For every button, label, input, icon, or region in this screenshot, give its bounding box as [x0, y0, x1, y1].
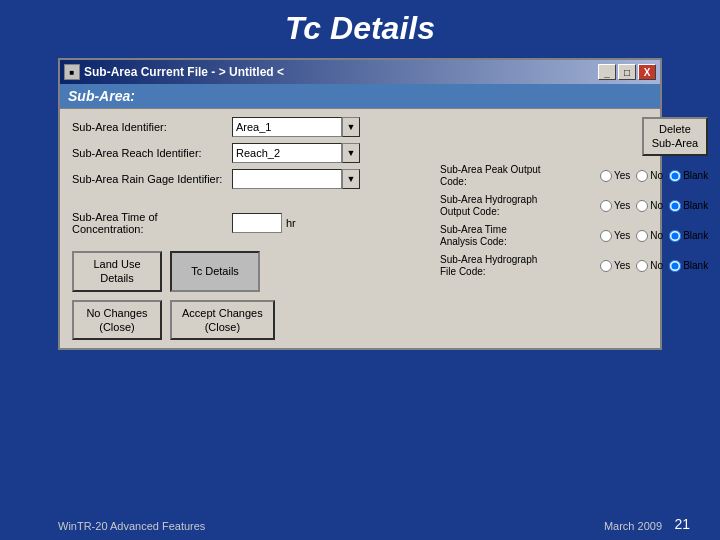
peak-blank-option[interactable]: Blank [669, 170, 708, 182]
reach-label: Sub-Area Reach Identifier: [72, 147, 232, 159]
radio-section: Sub-Area Peak OutputCode: Yes No Blank S… [440, 164, 708, 278]
footer: WinTR-20 Advanced Features March 2009 [58, 520, 662, 532]
tc-row: Sub-Area Time of Concentration: hr [72, 211, 432, 235]
time-analysis-label: Sub-Area TimeAnalysis Code: [440, 224, 600, 248]
rain-gage-label: Sub-Area Rain Gage Identifier: [72, 173, 232, 185]
tc-input[interactable] [232, 213, 282, 233]
tc-unit: hr [286, 217, 296, 229]
main-window: ■ Sub-Area Current File - > Untitled < _… [58, 58, 662, 350]
peak-output-options: Yes No Blank [600, 170, 708, 182]
close-button[interactable]: X [638, 64, 656, 80]
reach-dropdown[interactable]: ▼ [342, 143, 360, 163]
tc-details-button[interactable]: Tc Details [170, 251, 260, 292]
peak-no-radio[interactable] [636, 170, 648, 182]
delete-sub-area-button[interactable]: Delete Sub-Area [642, 117, 708, 156]
minimize-button[interactable]: _ [598, 64, 616, 80]
identifier-input[interactable] [232, 117, 342, 137]
hydro-no-radio[interactable] [636, 200, 648, 212]
identifier-dropdown[interactable]: ▼ [342, 117, 360, 137]
reach-row: Sub-Area Reach Identifier: ▼ [72, 143, 432, 163]
file-blank-option[interactable]: Blank [669, 260, 708, 272]
hydro-no-option[interactable]: No [636, 200, 663, 212]
title-bar-buttons: _ □ X [598, 64, 656, 80]
reach-input[interactable] [232, 143, 342, 163]
right-column: Delete Sub-Area Sub-Area Peak OutputCode… [440, 117, 708, 340]
time-analysis-row: Sub-Area TimeAnalysis Code: Yes No Blank [440, 224, 708, 248]
footer-left: WinTR-20 Advanced Features [58, 520, 205, 532]
page-number: 21 [674, 516, 690, 532]
peak-output-row: Sub-Area Peak OutputCode: Yes No Blank [440, 164, 708, 188]
file-no-option[interactable]: No [636, 260, 663, 272]
tc-label: Sub-Area Time of Concentration: [72, 211, 232, 235]
window-content: Sub-Area Identifier: ▼ Sub-Area Reach Id… [60, 109, 660, 348]
time-blank-option[interactable]: Blank [669, 230, 708, 242]
time-yes-option[interactable]: Yes [600, 230, 630, 242]
hydro-file-label: Sub-Area HydrographFile Code: [440, 254, 600, 278]
title-bar-text: Sub-Area Current File - > Untitled < [84, 65, 594, 79]
reach-input-wrap: ▼ [232, 143, 360, 163]
rain-gage-input-wrap: ▼ [232, 169, 360, 189]
file-yes-option[interactable]: Yes [600, 260, 630, 272]
peak-output-label: Sub-Area Peak OutputCode: [440, 164, 600, 188]
hydro-file-options: Yes No Blank [600, 260, 708, 272]
hydro-output-label: Sub-Area HydrographOutput Code: [440, 194, 600, 218]
time-blank-radio[interactable] [669, 230, 681, 242]
peak-yes-radio[interactable] [600, 170, 612, 182]
rain-gage-row: Sub-Area Rain Gage Identifier: ▼ [72, 169, 432, 189]
time-no-option[interactable]: No [636, 230, 663, 242]
page-title: Tc Details [0, 0, 720, 55]
no-changes-button[interactable]: No Changes (Close) [72, 300, 162, 341]
time-analysis-options: Yes No Blank [600, 230, 708, 242]
peak-blank-radio[interactable] [669, 170, 681, 182]
hydro-file-row: Sub-Area HydrographFile Code: Yes No Bla… [440, 254, 708, 278]
left-column: Sub-Area Identifier: ▼ Sub-Area Reach Id… [72, 117, 432, 340]
rain-gage-input[interactable] [232, 169, 342, 189]
file-yes-radio[interactable] [600, 260, 612, 272]
time-no-radio[interactable] [636, 230, 648, 242]
hydro-blank-radio[interactable] [669, 200, 681, 212]
file-blank-radio[interactable] [669, 260, 681, 272]
rain-gage-dropdown[interactable]: ▼ [342, 169, 360, 189]
identifier-label: Sub-Area Identifier: [72, 121, 232, 133]
peak-no-option[interactable]: No [636, 170, 663, 182]
identifier-input-wrap: ▼ [232, 117, 360, 137]
peak-yes-option[interactable]: Yes [600, 170, 630, 182]
accept-changes-button[interactable]: Accept Changes (Close) [170, 300, 275, 341]
maximize-button[interactable]: □ [618, 64, 636, 80]
hydro-yes-radio[interactable] [600, 200, 612, 212]
land-use-details-button[interactable]: Land Use Details [72, 251, 162, 292]
main-grid: Sub-Area Identifier: ▼ Sub-Area Reach Id… [72, 117, 648, 340]
hydro-blank-option[interactable]: Blank [669, 200, 708, 212]
hydro-output-options: Yes No Blank [600, 200, 708, 212]
footer-right: March 2009 [604, 520, 662, 532]
hydro-yes-option[interactable]: Yes [600, 200, 630, 212]
file-no-radio[interactable] [636, 260, 648, 272]
identifier-row: Sub-Area Identifier: ▼ [72, 117, 432, 137]
hydro-output-row: Sub-Area HydrographOutput Code: Yes No B… [440, 194, 708, 218]
window-icon: ■ [64, 64, 80, 80]
title-bar: ■ Sub-Area Current File - > Untitled < _… [60, 60, 660, 84]
sub-area-header: Sub-Area: [60, 84, 660, 109]
time-yes-radio[interactable] [600, 230, 612, 242]
